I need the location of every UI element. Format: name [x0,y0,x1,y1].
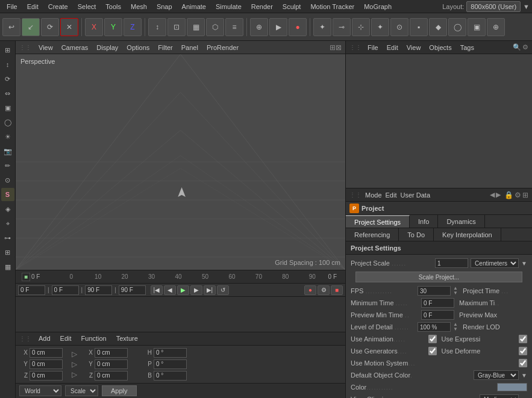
record-settings-btn[interactable]: ⚙ [318,285,330,295]
sidebar-scale-icon[interactable]: ⇔ [1,87,14,100]
fps-input[interactable] [418,286,451,296]
x-input[interactable] [30,348,63,358]
scale-unit-arrow[interactable]: ▼ [521,260,527,267]
toolbar-grid[interactable]: ⊡ [167,18,186,36]
record-btn[interactable]: ● [304,285,316,295]
props-settings-icon[interactable]: ⚙ [515,191,521,199]
sidebar-snap-icon[interactable]: ⌖ [1,217,14,230]
tab-add[interactable]: Add [36,335,53,342]
sidebar-s-icon[interactable]: S [1,188,14,201]
goto-end-btn[interactable]: ▶| [204,285,216,295]
p-input[interactable] [154,359,187,369]
toolbar-cam[interactable]: ⊹ [352,18,370,36]
viewport-menu-cameras[interactable]: Cameras [59,44,91,51]
tab-function[interactable]: Function [79,335,109,342]
fb-menu-file[interactable]: File [365,44,381,51]
toolbar-mat[interactable]: ⊙ [390,18,408,36]
sidebar-light-icon[interactable]: ☀ [1,130,14,143]
sidebar-magnet-icon[interactable]: ⊶ [1,231,14,244]
use-motion-checkbox[interactable] [519,359,527,367]
view-clipping-dropdown[interactable]: Medium [480,394,519,398]
toolbar-render2[interactable]: ⊸ [333,18,351,36]
menu-render[interactable]: Render [247,2,277,11]
stop-btn[interactable]: ■ [331,285,343,295]
toolbar-add[interactable]: ⊕ [250,18,268,36]
viewport-menu-prorender[interactable]: ProRender [204,44,241,51]
menu-mesh[interactable]: Mesh [127,2,151,11]
toolbar-y-axis[interactable]: Y [104,18,122,36]
tab-info[interactable]: Info [410,215,438,228]
loop-btn[interactable]: ↺ [217,285,229,295]
layout-dropdown-icon[interactable]: ▼ [523,3,530,10]
props-edit[interactable]: Edit [386,191,397,199]
prev-frame-btn[interactable]: ◀ [164,285,176,295]
lod-input[interactable] [418,322,451,332]
menu-select[interactable]: Select [74,2,101,11]
scale-dropdown[interactable]: Scale [65,385,98,396]
sidebar-poly-icon[interactable]: ◈ [1,202,14,216]
fb-menu-edit[interactable]: Edit [384,44,401,51]
props-expand-icon[interactable]: ⊞ [522,191,528,199]
goto-start-btn[interactable]: |◀ [151,285,163,295]
menu-sculpt[interactable]: Sculpt [278,2,305,11]
toolbar-lines[interactable]: ≡ [225,18,243,36]
props-lock-icon[interactable]: 🔒 [504,191,513,199]
menu-motion-tracker[interactable]: Motion Tracker [306,2,358,11]
use-deformers-checkbox[interactable] [519,347,527,355]
sidebar-sphere-icon[interactable]: ◯ [1,116,14,129]
menu-mograph[interactable]: MoGraph [360,2,396,11]
props-mode[interactable]: Mode [365,191,382,199]
menu-tools[interactable]: Tools [101,2,125,11]
viewport-menu-display[interactable]: Display [94,44,120,51]
min-time-input[interactable] [421,298,454,308]
y-input[interactable] [30,359,63,369]
color-dropdown-arrow[interactable]: ▼ [521,372,527,379]
viewport-menu-options[interactable]: Options [124,44,152,51]
fb-menu-tags[interactable]: Tags [458,44,477,51]
sidebar-move-icon[interactable]: ↕ [1,58,14,71]
b-input[interactable] [154,371,187,381]
project-scale-unit[interactable]: Centimeters [471,258,519,268]
fb-menu-objects[interactable]: Objects [427,44,454,51]
sidebar-group-icon[interactable]: ⊞ [1,246,14,259]
toolbar-z-axis[interactable]: Z [124,18,142,36]
start-frame-input[interactable] [18,285,45,295]
preview-min-input[interactable] [421,310,454,320]
menu-create[interactable]: Create [44,2,72,11]
play-btn[interactable]: ▶ [177,285,189,295]
tab-referencing[interactable]: Referencing [346,228,399,241]
timeline-tracks[interactable] [16,297,345,332]
use-expression-checkbox[interactable] [519,335,527,343]
toolbar-render[interactable]: ✦ [313,18,331,36]
viewport-expand-icon[interactable]: ⊞⊠ [330,43,342,52]
viewport-menu-filter[interactable]: Filter [155,44,175,51]
project-scale-input[interactable] [435,258,468,268]
tab-dynamics[interactable]: Dynamics [438,215,484,228]
toolbar-smooth[interactable]: ⬡ [206,18,224,36]
sidebar-box2-icon[interactable]: ▦ [1,260,14,273]
next-frame-btn[interactable]: ▶ [190,285,202,295]
toolbar-undo[interactable]: ↩ [2,18,20,36]
world-dropdown[interactable]: World [19,385,61,396]
toolbar-circle[interactable]: ◯ [448,18,466,36]
sidebar-paint-icon[interactable]: ✏ [1,159,14,172]
z2-input[interactable] [95,371,128,381]
viewport-menu-view[interactable]: View [36,44,55,51]
props-back-icon[interactable]: ◀ [490,191,495,199]
fb-gear-icon[interactable]: ⚙ [522,43,528,51]
sidebar-cube-icon[interactable]: ▣ [1,101,14,114]
toolbar-light[interactable]: ✦ [371,18,389,36]
props-forward-icon[interactable]: ▶ [496,191,501,199]
toolbar-wireframe[interactable]: ▦ [187,18,205,36]
menu-simulate[interactable]: Simulate [211,2,246,11]
menu-edit[interactable]: Edit [23,2,43,11]
layout-value[interactable]: 800x600 (User) [466,1,521,12]
tab-project-settings[interactable]: Project Settings [346,215,410,228]
color-swatch[interactable] [497,383,527,391]
toolbar-square[interactable]: ▪ [410,18,428,36]
clipping-arrow[interactable]: ▼ [521,396,527,399]
toolbar-scale[interactable]: ↕ [148,18,166,36]
y2-input[interactable] [95,359,128,369]
sidebar-rotate-icon[interactable]: ⟳ [1,72,14,86]
lod-down-arrow[interactable]: ▼ [453,327,458,332]
